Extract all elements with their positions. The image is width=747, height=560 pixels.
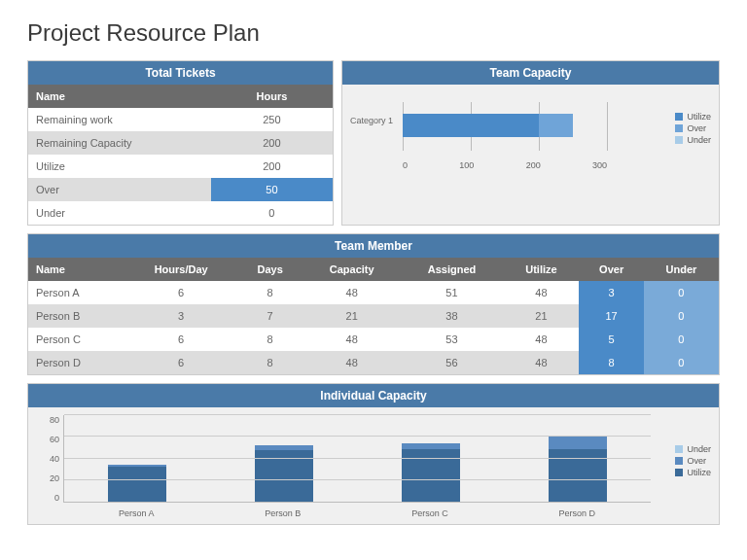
cell-name: Person D [28,351,125,374]
bar-person-b [255,445,313,503]
cell-hpd: 6 [125,281,237,304]
cell-cap: 21 [303,304,401,328]
mcol-cap: Capacity [303,258,401,281]
xlabel: Person D [559,508,596,518]
cell-hours: 200 [211,131,333,155]
legend-over: Over [687,123,706,133]
individual-plot [63,415,651,503]
table-row: Person B37213821170 [28,304,719,328]
cell-name: Person C [28,328,125,351]
table-row: Person C6848534850 [28,328,719,351]
cell-days: 8 [237,351,303,374]
cell-name: Under [28,201,211,225]
mcol-asg: Assigned [401,258,504,281]
cell-under: 0 [644,281,719,304]
table-row: Utilize200 [28,155,333,178]
tickets-header: Total Tickets [28,61,333,85]
cell-hpd: 6 [125,328,237,351]
member-header: Team Member [28,234,719,258]
cell-name: Remaining Capacity [28,131,211,155]
cell-util: 21 [503,304,579,328]
table-row: Under0 [28,201,333,225]
col-name: Name [28,85,211,108]
cell-days: 8 [237,328,303,351]
cell-under: 0 [644,351,719,374]
team-member-panel: Team Member Name Hours/Day Days Capacity… [27,233,720,375]
cell-util: 48 [503,281,579,304]
bar-person-a [108,465,166,502]
cell-util: 48 [503,351,579,374]
cell-hours: 50 [211,178,333,201]
xlabel: Person B [265,508,301,518]
cell-hpd: 3 [125,304,237,328]
cell-hpd: 6 [125,351,237,374]
member-table: Name Hours/Day Days Capacity Assigned Ut… [28,258,719,374]
tickets-table: Name Hours Remaining work250Remaining Ca… [28,85,333,225]
cell-asg: 51 [401,281,504,304]
cell-name: Utilize [28,155,211,178]
xlabel: Person C [411,508,448,518]
capacity-chart [403,102,607,151]
cell-hours: 0 [211,201,333,225]
bar-person-c [402,443,460,502]
capacity-category-label: Category 1 [350,116,393,125]
individual-header: Individual Capacity [28,384,719,407]
cell-days: 8 [237,281,303,304]
capacity-legend: Utilize Over Under [675,112,711,147]
cell-name: Remaining work [28,108,211,131]
mcol-over: Over [579,258,643,281]
table-row: Person A6848514830 [28,281,719,304]
cell-cap: 48 [303,281,401,304]
legend-under: Under [687,135,711,145]
team-capacity-panel: Team Capacity Category 1 0100200300 Util… [341,60,720,226]
cell-hours: 250 [211,108,333,131]
cell-cap: 48 [303,328,401,351]
cell-asg: 56 [401,351,504,374]
individual-capacity-panel: Individual Capacity 806040200 Person APe… [27,383,720,525]
cell-under: 0 [644,304,719,328]
col-hours: Hours [211,85,333,108]
capacity-header: Team Capacity [342,61,719,85]
mcol-hpd: Hours/Day [125,258,237,281]
individual-yaxis: 806040200 [36,415,59,503]
table-row: Over50 [28,178,333,201]
table-row: Person D6848564880 [28,351,719,374]
cell-under: 0 [644,328,719,351]
capacity-xaxis: 0100200300 [403,160,607,170]
cell-over: 17 [579,304,643,328]
individual-xlabels: Person APerson BPerson CPerson D [63,508,651,518]
cell-name: Over [28,178,211,201]
cell-name: Person A [28,281,125,304]
total-tickets-panel: Total Tickets Name Hours Remaining work2… [27,60,334,226]
individual-legend: Under Over Utilize [675,444,711,479]
mcol-under: Under [644,258,719,281]
table-row: Remaining work250 [28,108,333,131]
cell-asg: 38 [401,304,504,328]
cell-cap: 48 [303,351,401,374]
mcol-days: Days [237,258,303,281]
mcol-util: Utilize [503,258,579,281]
mcol-name: Name [28,258,125,281]
cell-over: 3 [579,281,643,304]
cell-util: 48 [503,328,579,351]
ilegend-under: Under [687,444,711,454]
cell-days: 7 [237,304,303,328]
legend-utilize: Utilize [687,112,711,122]
page-title: Project Resource Plan [27,19,720,47]
cell-over: 8 [579,351,643,374]
cell-hours: 200 [211,155,333,178]
ilegend-utilize: Utilize [687,468,711,477]
table-row: Remaining Capacity200 [28,131,333,155]
cell-over: 5 [579,328,643,351]
ilegend-over: Over [687,456,706,466]
cell-name: Person B [28,304,125,328]
cell-asg: 53 [401,328,504,351]
xlabel: Person A [119,508,155,518]
bar-person-d [549,437,607,503]
